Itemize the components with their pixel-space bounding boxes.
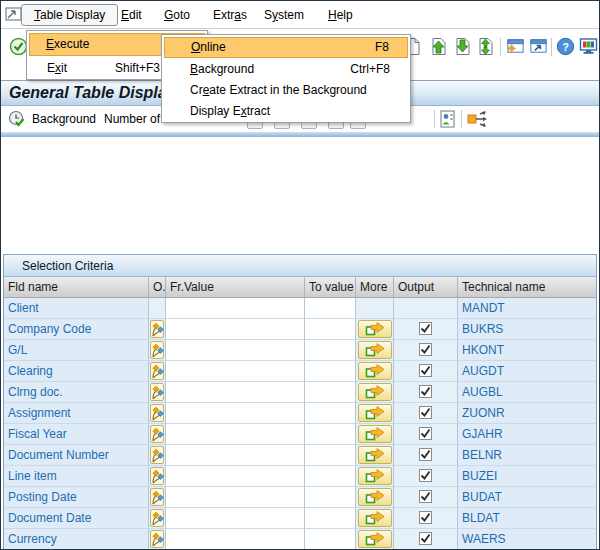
- from-value-input[interactable]: [166, 424, 305, 445]
- output-checkbox[interactable]: [419, 427, 432, 440]
- select-options-cell[interactable]: [149, 361, 166, 382]
- output-cell[interactable]: [394, 466, 458, 487]
- select-options-button[interactable]: [150, 404, 164, 422]
- menu-item-online[interactable]: Online F8: [164, 37, 408, 58]
- select-options-cell[interactable]: [149, 466, 166, 487]
- multiple-selection-button[interactable]: [358, 362, 392, 380]
- page-up-icon[interactable]: [429, 37, 448, 56]
- select-options-button[interactable]: [150, 467, 164, 485]
- multiple-selection-button[interactable]: [358, 320, 392, 338]
- to-value-input[interactable]: [305, 340, 356, 361]
- select-options-cell[interactable]: [149, 319, 166, 340]
- select-options-cell[interactable]: [149, 508, 166, 529]
- from-value-input[interactable]: [166, 529, 305, 550]
- multiple-selection-button[interactable]: [358, 509, 392, 527]
- to-value-input[interactable]: [305, 424, 356, 445]
- help-icon[interactable]: [556, 37, 575, 56]
- system-menu-icon[interactable]: [5, 7, 22, 22]
- from-value-input[interactable]: [166, 382, 305, 403]
- output-cell[interactable]: [394, 487, 458, 508]
- multiple-selection-cell[interactable]: [356, 403, 394, 424]
- select-options-button[interactable]: [150, 383, 164, 401]
- from-value-input[interactable]: [166, 298, 305, 319]
- output-cell[interactable]: [394, 445, 458, 466]
- to-value-input[interactable]: [305, 382, 356, 403]
- multiple-selection-cell[interactable]: [356, 508, 394, 529]
- select-options-cell[interactable]: [149, 403, 166, 424]
- output-cell[interactable]: [394, 508, 458, 529]
- select-options-button[interactable]: [150, 320, 164, 338]
- to-value-input[interactable]: [305, 361, 356, 382]
- output-checkbox[interactable]: [419, 469, 432, 482]
- select-options-cell[interactable]: [149, 445, 166, 466]
- output-checkbox[interactable]: [419, 364, 432, 377]
- background-button[interactable]: Background: [32, 112, 96, 127]
- multiple-selection-cell[interactable]: [356, 361, 394, 382]
- output-cell[interactable]: [394, 340, 458, 361]
- from-value-input[interactable]: [166, 508, 305, 529]
- menubar-item-goto[interactable]: Goto: [164, 7, 190, 24]
- multiple-selection-cell[interactable]: [356, 529, 394, 550]
- customize-layout-icon[interactable]: [579, 37, 598, 56]
- select-options-cell[interactable]: [149, 340, 166, 361]
- menu-item-display-extract[interactable]: Display Extract: [164, 101, 408, 122]
- multiple-selection-button[interactable]: [358, 467, 392, 485]
- output-cell[interactable]: [394, 529, 458, 550]
- from-value-input[interactable]: [166, 487, 305, 508]
- from-value-input[interactable]: [166, 340, 305, 361]
- output-cell[interactable]: [394, 319, 458, 340]
- multiple-selection-cell[interactable]: [356, 298, 394, 319]
- output-checkbox[interactable]: [419, 490, 432, 503]
- menubar-item-help[interactable]: Help: [328, 7, 353, 24]
- multiple-selection-button[interactable]: [358, 446, 392, 464]
- to-value-input[interactable]: [305, 466, 356, 487]
- to-value-input[interactable]: [305, 487, 356, 508]
- to-value-input[interactable]: [305, 529, 356, 550]
- select-options-cell[interactable]: [149, 487, 166, 508]
- output-cell[interactable]: [394, 382, 458, 403]
- select-options-button[interactable]: [150, 488, 164, 506]
- output-checkbox[interactable]: [419, 385, 432, 398]
- from-value-input[interactable]: [166, 466, 305, 487]
- multiple-selection-button[interactable]: [358, 530, 392, 548]
- select-options-cell[interactable]: [149, 382, 166, 403]
- from-value-input[interactable]: [166, 361, 305, 382]
- output-checkbox[interactable]: [419, 406, 432, 419]
- menubar-item-edit[interactable]: Edit: [121, 7, 142, 24]
- to-value-input[interactable]: [305, 298, 356, 319]
- to-value-input[interactable]: [305, 508, 356, 529]
- multiple-selection-cell[interactable]: [356, 424, 394, 445]
- select-options-button[interactable]: [150, 362, 164, 380]
- select-options-button[interactable]: [150, 509, 164, 527]
- from-value-input[interactable]: [166, 445, 305, 466]
- multiple-selection-button[interactable]: [358, 404, 392, 422]
- new-session-icon[interactable]: [506, 37, 525, 56]
- output-cell[interactable]: [394, 361, 458, 382]
- output-checkbox[interactable]: [419, 511, 432, 524]
- menubar-item-table-display[interactable]: Table Display: [21, 4, 118, 26]
- multiple-selection-cell[interactable]: [356, 319, 394, 340]
- multiple-selection-button[interactable]: [358, 488, 392, 506]
- menu-item-background[interactable]: Background Ctrl+F8: [164, 59, 408, 80]
- distribute-icon[interactable]: [467, 110, 489, 128]
- select-options-cell[interactable]: [149, 298, 166, 319]
- multiple-selection-button[interactable]: [358, 341, 392, 359]
- multiple-selection-button[interactable]: [358, 383, 392, 401]
- output-cell[interactable]: [394, 424, 458, 445]
- multiple-selection-cell[interactable]: [356, 466, 394, 487]
- select-options-button[interactable]: [150, 530, 164, 548]
- multiple-selection-cell[interactable]: [356, 445, 394, 466]
- execute-in-background-icon[interactable]: [8, 110, 26, 128]
- select-options-cell[interactable]: [149, 529, 166, 550]
- multiple-selection-button[interactable]: [358, 425, 392, 443]
- to-value-input[interactable]: [305, 403, 356, 424]
- to-value-input[interactable]: [305, 319, 356, 340]
- output-checkbox[interactable]: [419, 532, 432, 545]
- select-options-button[interactable]: [150, 341, 164, 359]
- multiple-selection-cell[interactable]: [356, 340, 394, 361]
- page-down-icon[interactable]: [453, 37, 472, 56]
- output-checkbox[interactable]: [419, 343, 432, 356]
- output-checkbox[interactable]: [419, 448, 432, 461]
- output-cell[interactable]: [394, 298, 458, 319]
- select-options-cell[interactable]: [149, 424, 166, 445]
